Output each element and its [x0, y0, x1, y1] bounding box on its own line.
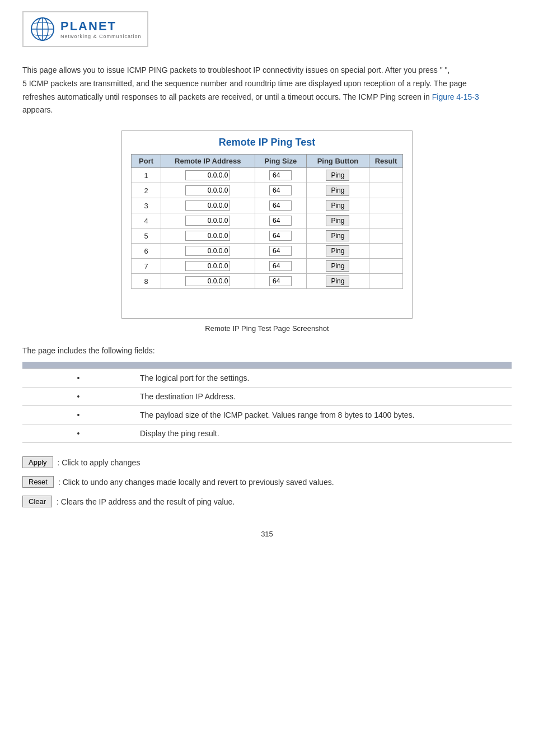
size-input[interactable]: [269, 200, 292, 211]
cell-size: [255, 198, 306, 213]
cell-ip: [161, 274, 255, 289]
size-input[interactable]: [269, 276, 292, 286]
table-row: 4Ping: [132, 213, 403, 228]
intro-text-4: refreshes automatically until responses …: [22, 92, 430, 101]
cell-result: [369, 198, 403, 213]
clear-section: Clear : Clears the IP address and the re…: [22, 496, 512, 507]
cell-ping-button: Ping: [306, 168, 369, 183]
apply-desc: : Click to apply changes: [58, 458, 140, 467]
field-desc: Display the ping result.: [134, 424, 512, 443]
table-row: 2Ping: [132, 183, 403, 198]
col-result: Result: [369, 155, 403, 168]
size-input[interactable]: [269, 216, 292, 226]
intro-text-1: This page allows you to issue ICMP PING …: [22, 66, 443, 74]
table-row: 8Ping: [132, 274, 403, 289]
ip-input[interactable]: [185, 231, 230, 241]
cell-port: 1: [132, 168, 161, 183]
ping-button[interactable]: Ping: [326, 260, 349, 272]
logo-globe-icon: [29, 16, 56, 43]
cell-ping-button: Ping: [306, 183, 369, 198]
cell-ping-button: Ping: [306, 259, 369, 274]
ping-button[interactable]: Ping: [326, 276, 349, 287]
intro-text-5: appears.: [22, 105, 53, 114]
ping-test-table: Port Remote IP Address Ping Size Ping Bu…: [131, 154, 403, 289]
cell-size: [255, 228, 306, 244]
size-input[interactable]: [269, 185, 292, 195]
clear-button[interactable]: Clear: [22, 496, 52, 507]
cell-ping-button: Ping: [306, 213, 369, 228]
field-bullet: •: [22, 424, 134, 443]
cell-result: [369, 168, 403, 183]
fields-intro: The page includes the following fields:: [22, 346, 512, 355]
ping-button[interactable]: Ping: [326, 185, 349, 196]
cell-ping-button: Ping: [306, 274, 369, 289]
cell-port: 5: [132, 228, 161, 244]
field-desc: The payload size of the ICMP packet. Val…: [134, 406, 512, 424]
field-row: •The destination IP Address.: [22, 388, 512, 406]
table-row: 7Ping: [132, 259, 403, 274]
ping-button[interactable]: Ping: [326, 170, 349, 181]
cell-result: [369, 274, 403, 289]
field-bullet: •: [22, 369, 134, 388]
ping-button[interactable]: Ping: [326, 245, 349, 256]
ping-test-title: Remote IP Ping Test: [131, 137, 403, 148]
col-ping-size: Ping Size: [255, 155, 306, 168]
field-bullet: •: [22, 388, 134, 406]
logo-text: PLANET Networking & Communication: [60, 19, 142, 39]
ip-input[interactable]: [185, 261, 230, 271]
size-input[interactable]: [269, 246, 292, 256]
ip-input[interactable]: [185, 276, 230, 286]
size-input[interactable]: [269, 261, 292, 271]
figure-link[interactable]: Figure 4-15-3: [432, 92, 479, 101]
cell-ping-button: Ping: [306, 244, 369, 259]
ping-button[interactable]: Ping: [326, 200, 349, 211]
cell-size: [255, 183, 306, 198]
reset-button[interactable]: Reset: [22, 476, 54, 488]
cell-size: [255, 213, 306, 228]
cell-ip: [161, 183, 255, 198]
reset-section: Reset : Click to undo any changes made l…: [22, 476, 512, 488]
cell-size: [255, 274, 306, 289]
ping-button[interactable]: Ping: [326, 215, 349, 226]
cell-ip: [161, 228, 255, 244]
page-number: 315: [22, 530, 512, 538]
cell-result: [369, 183, 403, 198]
ip-input[interactable]: [185, 216, 230, 226]
logo-sub-text: Networking & Communication: [60, 34, 142, 39]
cell-port: 2: [132, 183, 161, 198]
cell-port: 6: [132, 244, 161, 259]
cell-ip: [161, 213, 255, 228]
ip-input[interactable]: [185, 185, 230, 195]
col-port: Port: [132, 155, 161, 168]
field-bullet: •: [22, 406, 134, 424]
cell-result: [369, 213, 403, 228]
logo-box: PLANET Networking & Communication: [22, 11, 148, 47]
cell-port: 3: [132, 198, 161, 213]
cell-port: 8: [132, 274, 161, 289]
apply-section: Apply : Click to apply changes: [22, 456, 512, 468]
size-input[interactable]: [269, 231, 292, 241]
cell-ping-button: Ping: [306, 228, 369, 244]
reset-desc: : Click to undo any changes made locally…: [58, 478, 334, 487]
ip-input[interactable]: [185, 246, 230, 256]
size-input[interactable]: [269, 170, 292, 180]
field-row: •The logical port for the settings.: [22, 369, 512, 388]
ping-test-container: Remote IP Ping Test Port Remote IP Addre…: [121, 130, 413, 319]
ip-input[interactable]: [185, 170, 230, 180]
table-row: 1Ping: [132, 168, 403, 183]
cell-ping-button: Ping: [306, 198, 369, 213]
ip-input[interactable]: [185, 200, 230, 211]
apply-button[interactable]: Apply: [22, 456, 53, 468]
field-row: •The payload size of the ICMP packet. Va…: [22, 406, 512, 424]
intro-text-3: 5 ICMP packets are transmitted, and the …: [22, 79, 467, 88]
table-header-row: Port Remote IP Address Ping Size Ping Bu…: [132, 155, 403, 168]
cell-port: 7: [132, 259, 161, 274]
cell-result: [369, 228, 403, 244]
ping-button[interactable]: Ping: [326, 230, 349, 241]
page-header: PLANET Networking & Communication: [22, 11, 512, 47]
intro-text-2: ",: [445, 66, 450, 74]
field-desc: The destination IP Address.: [134, 388, 512, 406]
cell-ip: [161, 259, 255, 274]
screenshot-caption: Remote IP Ping Test Page Screenshot: [22, 324, 512, 333]
fields-table: •The logical port for the settings.•The …: [22, 362, 512, 443]
